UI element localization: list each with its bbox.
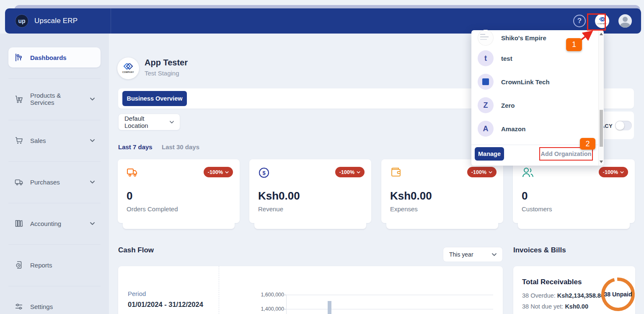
sidebar: Dashboards Products & Services Sales xyxy=(0,34,109,314)
kpi-label: Orders Completed xyxy=(127,205,178,213)
y-axis-tick-label: 1,600,000 xyxy=(244,292,284,298)
dashed-divider xyxy=(219,266,219,314)
sidebar-item-label: Dashboards xyxy=(30,54,95,61)
sidebar-item-label: Settings xyxy=(30,303,95,310)
overdue-label: 38 Overdue: xyxy=(522,292,556,299)
org-avatar-logo xyxy=(478,74,494,90)
trend-value: -100% xyxy=(339,169,354,175)
chevron-down-icon xyxy=(90,98,95,101)
crownlink-logo-square xyxy=(482,78,489,85)
scrollbar-thumb[interactable] xyxy=(600,110,603,147)
dollar-glyph: $ xyxy=(262,170,266,176)
kpi-card-customers: -100% 0 Customers xyxy=(513,159,635,223)
settings-sliders-icon xyxy=(14,302,23,311)
period-value: 01/01/2024 - 31/12/2024 xyxy=(128,301,203,309)
upscale-logo-icon: up xyxy=(15,14,28,28)
chevron-down-icon xyxy=(90,222,95,225)
kpi-label: Customers xyxy=(522,205,552,213)
invoices-card: Total Receivables 38 Overdue: Ksh2,134,3… xyxy=(513,266,635,314)
sidebar-divider xyxy=(8,203,101,203)
kpi-card-revenue: $ -100% Ksh0.00 Revenue xyxy=(249,159,371,223)
revenue-dollar-badge-icon: $ xyxy=(258,167,270,179)
org-name-label: Zero xyxy=(501,102,515,109)
cash-flow-card: Period 01/01/2024 - 31/12/2024 1,600,000… xyxy=(118,266,503,314)
kpi-value: Ksh0.00 xyxy=(390,189,432,202)
company-diamond-icon xyxy=(123,63,134,71)
not-due-label: 38 Not due yet: xyxy=(522,303,563,310)
tab-last-7-days[interactable]: Last 7 days xyxy=(118,143,153,151)
reports-icon xyxy=(14,260,23,270)
sidebar-item-label: Accounting xyxy=(30,220,83,227)
total-receivables-title: Total Receivables xyxy=(522,278,582,286)
chevron-down-icon xyxy=(90,139,95,142)
trend-value: -100% xyxy=(471,169,486,175)
sidebar-item-label: Products & Services xyxy=(30,92,83,106)
cash-flow-bar xyxy=(328,301,331,314)
manage-button[interactable]: Manage xyxy=(475,147,504,161)
y-axis-tick xyxy=(283,309,286,309)
company-avatar: COMPANY xyxy=(117,57,139,79)
year-range-value: This year xyxy=(449,251,473,258)
trend-value: -100% xyxy=(603,169,618,175)
chevron-down-icon xyxy=(170,121,174,124)
chevron-down-icon xyxy=(620,171,624,174)
org-subtitle: Test Staging xyxy=(145,70,179,77)
kpi-value: 0 xyxy=(127,189,132,202)
org-item-crownlink-tech[interactable]: CrownLink Tech xyxy=(471,71,597,92)
overdue-value: Ksh2,134,358.80 xyxy=(557,292,604,299)
dashboards-icon xyxy=(14,53,23,62)
org-avatar-initial: t xyxy=(478,50,494,66)
period-label: Period xyxy=(128,290,146,297)
org-name-label: Amazon xyxy=(501,125,525,132)
scroll-down-arrow-icon[interactable] xyxy=(600,161,603,163)
org-name-label: Shiko's Empire xyxy=(501,34,546,42)
sidebar-item-sales[interactable]: Sales xyxy=(8,130,101,151)
sidebar-item-dashboards[interactable]: Dashboards xyxy=(8,47,101,67)
expenses-wallet-icon xyxy=(390,167,402,178)
org-avatar-image xyxy=(478,30,494,46)
chevron-down-icon xyxy=(225,171,229,174)
y-axis-tick-label: 1,400,000 xyxy=(244,306,284,312)
sidebar-item-settings[interactable]: Settings xyxy=(8,296,101,314)
avatar-torso-shape xyxy=(620,23,630,28)
sidebar-item-label: Sales xyxy=(30,137,83,144)
org-name: App Tester xyxy=(145,58,188,67)
upscale-erp-dashboard: up Upscale ERP ? COMPANY xyxy=(0,0,644,314)
orders-truck-icon xyxy=(127,167,138,178)
sidebar-item-accounting[interactable]: Accounting xyxy=(8,213,101,234)
kpi-card-orders: -100% 0 Orders Completed xyxy=(118,159,240,223)
location-label: Default Location xyxy=(124,115,166,129)
sidebar-divider xyxy=(8,286,101,286)
kpi-value: Ksh0.00 xyxy=(258,189,300,202)
not-due-value: Ksh0.00 xyxy=(565,303,588,310)
year-range-dropdown[interactable]: This year xyxy=(443,247,503,262)
user-avatar[interactable] xyxy=(618,14,632,28)
sidebar-item-label: Purchases xyxy=(30,179,83,186)
sidebar-divider xyxy=(8,78,101,79)
invoices-bills-title: Invoices & Bills xyxy=(513,246,566,254)
location-dropdown[interactable]: Default Location xyxy=(118,114,180,130)
trend-badge[interactable]: -100% xyxy=(204,167,233,177)
accounting-books-icon xyxy=(14,219,23,228)
not-due-row: 38 Not due yet: Ksh0.00 xyxy=(522,303,588,310)
org-name-label: test xyxy=(501,55,512,62)
chevron-down-icon xyxy=(90,181,95,184)
y-axis-line xyxy=(286,295,287,314)
chevron-down-icon xyxy=(492,253,497,256)
sidebar-item-reports[interactable]: Reports xyxy=(8,255,101,275)
org-avatar-initial: Z xyxy=(478,97,494,113)
privacy-toggle[interactable] xyxy=(615,121,632,130)
trend-badge[interactable]: -100% xyxy=(467,167,497,177)
kpi-card-expenses: -100% Ksh0.00 Expenses xyxy=(381,159,503,223)
y-axis-tick xyxy=(283,295,286,295)
annotation-step-2-badge: 2 xyxy=(580,138,595,150)
org-avatar-initial: A xyxy=(478,121,494,137)
sidebar-item-products-services[interactable]: Products & Services xyxy=(8,89,101,109)
org-item-zero[interactable]: Z Zero xyxy=(471,95,597,116)
sidebar-item-purchases[interactable]: Purchases xyxy=(8,172,101,192)
business-overview-button[interactable]: Business Overview xyxy=(122,91,187,106)
org-item-amazon[interactable]: A Amazon xyxy=(471,118,597,139)
trend-badge[interactable]: -100% xyxy=(335,167,365,177)
tab-last-30-days[interactable]: Last 30 days xyxy=(162,143,199,151)
trend-badge[interactable]: -100% xyxy=(599,167,628,177)
